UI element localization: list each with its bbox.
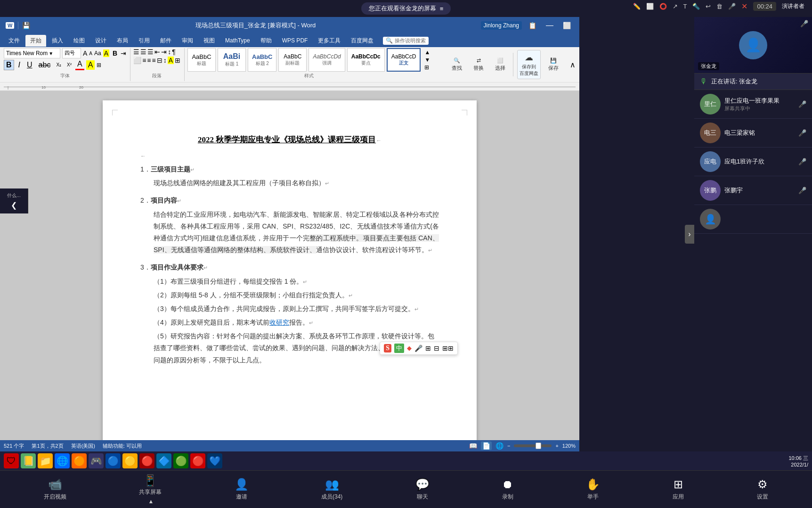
text-icon[interactable]: T [683,3,687,10]
bullets-btn[interactable]: ☰ [133,48,139,56]
trash-icon[interactable]: 🗑 [716,3,723,10]
zoom-in-btn[interactable]: + [555,443,558,449]
ribbon-tab-mail[interactable]: 邮件 [155,35,176,47]
taskbar-blue[interactable]: 🔵 [106,453,121,468]
ribbon-tab-mathtype[interactable]: MathType [220,35,255,46]
taskbar-browser[interactable]: 🌐 [55,453,70,468]
select-btn[interactable]: ⬜ 选择 [491,57,509,73]
ribbon-tab-view[interactable]: 视图 [199,35,219,47]
raise-hand-btn[interactable]: ✋ 举手 [580,476,606,503]
ime-chinese-btn[interactable]: 中 [394,344,404,353]
format-italic-btn[interactable]: I [16,60,23,70]
style-expand[interactable]: ⊞ [424,64,430,71]
increase-indent-btn[interactable]: ⇥ [121,49,126,57]
superscript-btn[interactable]: X² [65,62,73,68]
sort-btn[interactable]: ↕ [168,48,171,56]
rectangle-icon[interactable]: ⬜ [646,3,654,10]
mic-icon[interactable]: 🎤 [728,3,736,10]
minimize-icon[interactable]: — [543,20,556,31]
invite-btn[interactable]: 👤 邀请 [229,476,254,503]
style-scroll-down[interactable]: ▼ [424,57,430,63]
multilevel-list-btn[interactable]: ☰ [147,48,154,56]
align-left-btn[interactable]: ⬜ [133,57,141,64]
ribbon-tab-insert[interactable]: 插入 [47,35,68,47]
find-btn[interactable]: 🔍 查找 [448,57,466,73]
font-name-selector[interactable]: Times New Rom ▼ [4,48,60,58]
participant-4[interactable]: 张鹏 张鹏宇 🎤 [694,176,812,205]
arrow-icon[interactable]: ↗ [673,3,678,10]
research-report-link[interactable]: 收研究 [269,319,289,326]
increase-indent-p-btn[interactable]: ⇥ [161,48,167,56]
justify-btn[interactable]: ≡ [152,57,156,64]
chat-btn[interactable]: 💬 聊天 [410,476,435,503]
restore-icon[interactable]: ⬜ [560,21,574,30]
menu-icon[interactable]: ≡ [440,5,444,12]
settings-btn[interactable]: ⚙ 设置 [751,476,774,503]
bold-btn[interactable]: B [111,49,119,57]
participant-5[interactable]: 👤 [694,205,812,234]
ribbon-tab-design[interactable]: 设计 [90,35,111,47]
search-label[interactable]: 操作说明搜索 [395,37,426,44]
start-video-btn[interactable]: 📹 开启视频 [38,476,72,503]
zoom-out-btn[interactable]: − [507,443,510,449]
numbered-list-btn[interactable]: ☰ [140,48,146,56]
ime-dot-btn[interactable]: ◆ [407,344,412,352]
members-btn[interactable]: 👥 成员(34) [316,476,348,503]
ribbon-tab-review[interactable]: 审阅 [177,35,198,47]
participant-2[interactable]: 电三 电三梁家铭 🎤 [694,119,812,147]
left-what-label[interactable]: 什么... [2,192,26,199]
circle-icon[interactable]: ⭕ [659,3,667,10]
style-subtitle[interactable]: AaBbC 副标题 [278,48,307,72]
taskbar-diamond[interactable]: 🔷 [156,453,171,468]
taskbar-red[interactable]: 🔴 [139,453,154,468]
align-center-btn[interactable]: ≡ [142,57,146,64]
ribbon-tab-file[interactable]: 文件 [4,35,24,47]
ime-grid1-btn[interactable]: ⊞ [425,344,431,352]
grow-font-btn[interactable]: A [83,49,87,57]
ribbon-tab-baidupan[interactable]: 百度网盘 [346,35,378,47]
share-expand-icon[interactable]: ▲ [148,498,154,505]
style-normal[interactable]: AaBbC 标题 [187,48,216,72]
format-bold-btn[interactable]: B [4,60,14,70]
taskbar-green[interactable]: 🟢 [173,453,188,468]
style-scroll-up[interactable]: ▲ [424,49,430,56]
ribbon-tab-help[interactable]: 帮助 [256,35,276,47]
share-screen-btn[interactable]: 📱 共享屏幕 ▲ [133,472,167,507]
ribbon-collapse-btn[interactable]: ∧ [570,60,576,69]
format-underline-btn[interactable]: U [24,60,35,70]
style-keypoint[interactable]: AaBbCcDc 要点 [347,48,385,72]
web-view-btn[interactable]: 🌐 [495,442,503,450]
zoom-slider[interactable] [514,444,552,447]
page-view-btn[interactable]: 📄 [481,442,492,450]
replace-btn[interactable]: ⇄ 替换 [470,57,487,73]
read-view-btn[interactable]: 📖 [469,442,477,450]
pencil-icon[interactable]: ✏️ [633,3,641,10]
decrease-indent-btn[interactable]: ⇤ [154,48,160,56]
taskbar-blue2[interactable]: 💙 [207,453,222,468]
view-icon[interactable]: 📋 [526,21,539,30]
record-btn[interactable]: ⏺ 录制 [496,476,519,503]
shading-btn[interactable]: A [86,60,95,70]
taskbar-game[interactable]: 🎮 [89,453,104,468]
participant-1[interactable]: 里仁 里仁应电一班李果果 屏幕共享中 🎤 [694,90,812,119]
taskbar-files[interactable]: 📁 [38,453,53,468]
ribbon-tab-draw[interactable]: 绘图 [69,35,89,47]
strikethrough-btn[interactable]: abc [37,60,53,70]
clear-format-btn[interactable]: Aa [94,50,101,57]
save-cloud-btn[interactable]: ☁ 保存到百度网盘 [517,50,541,79]
ime-grid3-btn[interactable]: ⊞⊞ [442,344,454,352]
style-h2[interactable]: AaBbC 标题 2 [248,48,276,72]
save-btn[interactable]: 💾 保存 [544,57,562,73]
participant-3[interactable]: 应电 应电1班许子欣 🎤 [694,147,812,176]
left-collapse-btn[interactable]: ❮ [2,201,26,210]
taskbar-red2[interactable]: 🔴 [190,453,205,468]
ime-mic-btn[interactable]: 🎤 [414,344,422,352]
ribbon-tab-layout[interactable]: 布局 [112,35,133,47]
taskbar-notes[interactable]: 📒 [21,453,36,468]
taskbar-yellow[interactable]: 🟡 [122,453,138,468]
pilcrow-btn[interactable]: ¶ [172,48,176,56]
user-badge[interactable]: Jinlong Zhang [481,21,522,30]
char-spacing-btn[interactable]: ⊞ [97,62,101,68]
panel-collapse-btn[interactable]: › [685,225,694,244]
font-size-selector[interactable]: 四号 [62,48,81,58]
